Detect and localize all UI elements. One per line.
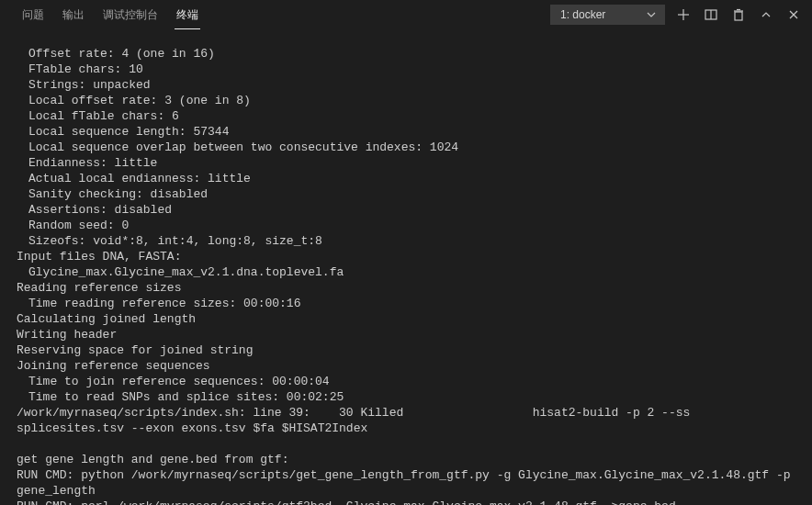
terminal-line: /work/myrnaseq/scripts/index.sh: line 39… xyxy=(17,405,795,436)
maximize-panel-icon[interactable] xyxy=(759,7,773,22)
terminal-panel: 问题 输出 调试控制台 终端 1: docker xyxy=(0,0,812,505)
tab-problems[interactable]: 问题 xyxy=(13,2,53,28)
terminal-line: Input files DNA, FASTA: xyxy=(17,249,795,264)
panel-toolbar: 问题 输出 调试控制台 终端 1: docker xyxy=(0,0,812,29)
terminal-line: Assertions: disabled xyxy=(17,202,795,218)
kill-terminal-icon[interactable] xyxy=(731,7,746,22)
split-terminal-icon[interactable] xyxy=(704,7,718,22)
terminal-line: Strings: unpacked xyxy=(17,77,795,93)
tab-output[interactable]: 输出 xyxy=(53,2,94,28)
terminal-line: Local offset rate: 3 (one in 8) xyxy=(17,93,795,108)
terminal-line: RUN CMD: python /work/myrnaseq/scripts/g… xyxy=(17,467,795,499)
terminal-selector[interactable]: 1: docker xyxy=(550,5,665,25)
terminal-line: get gene length and gene.bed from gtf: xyxy=(17,452,795,467)
terminal-line: Glycine_max.Glycine_max_v2.1.dna.topleve… xyxy=(17,264,795,280)
terminal-line: Writing header xyxy=(17,327,795,342)
new-terminal-icon[interactable] xyxy=(676,7,691,22)
terminal-line: Endianness: little xyxy=(17,155,795,171)
tab-terminal[interactable]: 终端 xyxy=(167,2,208,28)
tab-debug-console[interactable]: 调试控制台 xyxy=(94,2,167,28)
terminal-line: Sanity checking: disabled xyxy=(17,186,795,202)
terminal-output[interactable]: Offset rate: 4 (one in 16)FTable chars: … xyxy=(0,29,812,505)
chevron-down-icon xyxy=(644,7,659,22)
terminal-selector-label: 1: docker xyxy=(560,8,638,21)
terminal-line: Local sequence length: 57344 xyxy=(17,124,795,140)
terminal-line: Joining reference sequences xyxy=(17,358,795,374)
panel-tabs: 问题 输出 调试控制台 终端 xyxy=(13,2,208,28)
terminal-line: FTable chars: 10 xyxy=(17,62,795,77)
terminal-line: Actual local endianness: little xyxy=(17,171,795,186)
close-panel-icon[interactable] xyxy=(786,7,801,22)
terminal-line: Local fTable chars: 6 xyxy=(17,108,795,124)
terminal-actions xyxy=(676,7,801,22)
terminal-line: Random seed: 0 xyxy=(17,218,795,233)
terminal-line xyxy=(17,436,795,452)
terminal-line: Calculating joined length xyxy=(17,311,795,327)
terminal-line: Local sequence overlap between two conse… xyxy=(17,140,795,155)
terminal-line: Reserving space for joined string xyxy=(17,342,795,358)
terminal-line: Time to join reference sequences: 00:00:… xyxy=(17,374,795,389)
terminal-line: Sizeofs: void*:8, int:4, long:8, size_t:… xyxy=(17,233,795,249)
terminal-line: Time to read SNPs and splice sites: 00:0… xyxy=(17,389,795,405)
terminal-line: Time reading reference sizes: 00:00:16 xyxy=(17,296,795,311)
terminal-line: RUN CMD: perl /work/myrnaseq/scripts/gtf… xyxy=(17,499,795,505)
terminal-line: Reading reference sizes xyxy=(17,280,795,296)
svg-rect-4 xyxy=(735,12,742,20)
terminal-line: Offset rate: 4 (one in 16) xyxy=(17,46,795,62)
